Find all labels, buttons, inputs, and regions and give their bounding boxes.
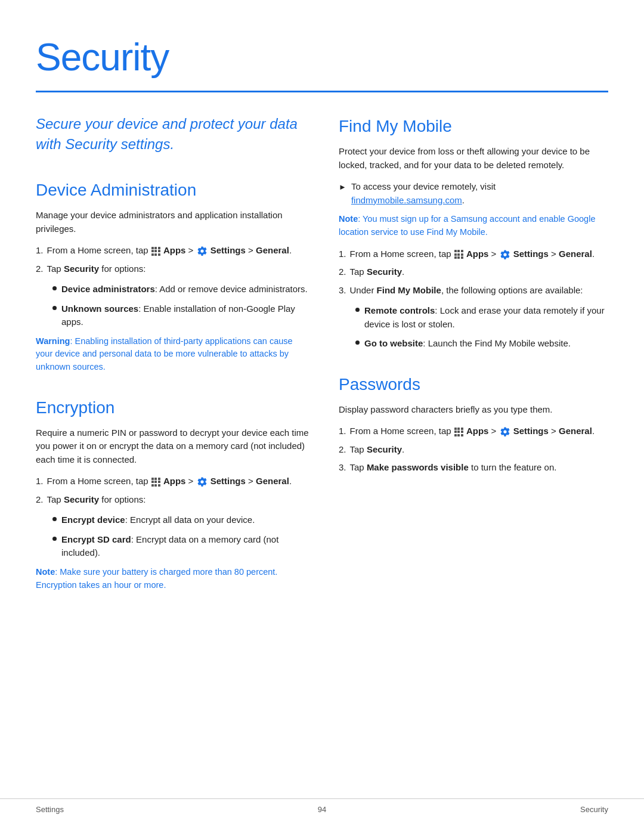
settings-icon: [197, 246, 208, 256]
bullet-encrypt-sd: Encrypt SD card: Encrypt data on a memor…: [52, 533, 310, 560]
settings-icon: [500, 249, 510, 260]
passwords-intro: Display password characters briefly as y…: [339, 403, 608, 417]
enc-step-2: 2. Tap Security for options:: [36, 493, 310, 507]
section-device-administration: Device Administration Manage your device…: [36, 178, 310, 374]
section-find-my-mobile: Find My Mobile Protect your device from …: [339, 114, 608, 351]
right-column: Find My Mobile Protect your device from …: [339, 114, 608, 613]
encryption-steps: 1. From a Home screen, tap Apps > Settin…: [36, 475, 310, 506]
two-column-layout: Secure your device and protect your data…: [36, 114, 608, 613]
footer-center: 94: [318, 804, 326, 816]
bullet-dot: [52, 286, 57, 290]
footer-right: Security: [580, 804, 608, 816]
arrow-right-icon: ►: [339, 181, 346, 193]
section-title-passwords: Passwords: [339, 372, 608, 397]
apps-icon: [454, 250, 463, 259]
device-admin-steps: 1. From a Home screen, tap Apps > Settin…: [36, 244, 310, 275]
encryption-bullets: Encrypt device: Encrypt all data on your…: [52, 513, 310, 560]
encryption-note: Note: Make sure your battery is charged …: [36, 566, 310, 592]
pw-step-2: 2. Tap Security.: [339, 443, 608, 457]
fmm-step-2: 2. Tap Security.: [339, 265, 608, 279]
find-my-mobile-intro: Protect your device from loss or theft a…: [339, 145, 608, 172]
tagline: Secure your device and protect your data…: [36, 114, 310, 154]
pw-step-1: 1. From a Home screen, tap Apps > Settin…: [339, 425, 608, 438]
pw-step-3: 3. Tap Make passwords visible to turn th…: [339, 461, 608, 475]
apps-icon: [151, 247, 160, 256]
bullet-dot: [52, 537, 57, 541]
page-footer: Settings 94 Security: [0, 798, 644, 816]
section-title-device-admin: Device Administration: [36, 178, 310, 203]
find-my-mobile-bullets: Remote controls: Lock and erase your dat…: [355, 304, 608, 351]
apps-icon: [454, 428, 463, 436]
bullet-dot: [52, 517, 57, 521]
page: Security Secure your device and protect …: [0, 0, 644, 833]
section-encryption: Encryption Require a numeric PIN or pass…: [36, 395, 310, 592]
findmymobile-link[interactable]: findmymobile.samsung.com: [351, 195, 462, 205]
title-divider: [36, 91, 608, 92]
find-my-mobile-steps: 1. From a Home screen, tap Apps > Settin…: [339, 247, 608, 298]
bullet-remote-controls: Remote controls: Lock and erase your dat…: [355, 304, 608, 331]
bullet-device-administrators: Device administrators: Add or remove dev…: [52, 283, 310, 296]
left-column: Secure your device and protect your data…: [36, 114, 310, 613]
apps-icon: [151, 478, 160, 487]
find-my-mobile-arrow-item: ► To access your device remotely, visit …: [339, 180, 608, 207]
section-title-find-my-mobile: Find My Mobile: [339, 114, 608, 139]
passwords-steps: 1. From a Home screen, tap Apps > Settin…: [339, 425, 608, 475]
settings-icon: [197, 476, 208, 487]
device-admin-bullets: Device administrators: Add or remove dev…: [52, 283, 310, 329]
step-2: 2. Tap Security for options:: [36, 262, 310, 276]
bullet-dot: [355, 340, 360, 345]
bullet-encrypt-device: Encrypt device: Encrypt all data on your…: [52, 513, 310, 527]
page-title: Security: [36, 29, 608, 86]
bullet-go-to-website: Go to website: Launch the Find My Mobile…: [355, 337, 608, 351]
footer-left: Settings: [36, 804, 64, 816]
bullet-dot: [355, 308, 360, 312]
enc-step-1: 1. From a Home screen, tap Apps > Settin…: [36, 475, 310, 488]
find-my-mobile-note: Note: You must sign up for a Samsung acc…: [339, 213, 608, 239]
encryption-intro: Require a numeric PIN or password to dec…: [36, 426, 310, 467]
settings-icon: [500, 426, 510, 437]
bullet-unknown-sources: Unknown sources: Enable installation of …: [52, 302, 310, 329]
device-admin-intro: Manage your device administrators and ap…: [36, 209, 310, 236]
fmm-step-3: 3. Under Find My Mobile, the following o…: [339, 284, 608, 298]
fmm-step-1: 1. From a Home screen, tap Apps > Settin…: [339, 247, 608, 261]
bullet-dot: [52, 306, 57, 310]
device-admin-warning: Warning: Enabling installation of third-…: [36, 335, 310, 374]
step-1: 1. From a Home screen, tap Apps > Settin…: [36, 244, 310, 258]
section-passwords: Passwords Display password characters br…: [339, 372, 608, 475]
section-title-encryption: Encryption: [36, 395, 310, 420]
